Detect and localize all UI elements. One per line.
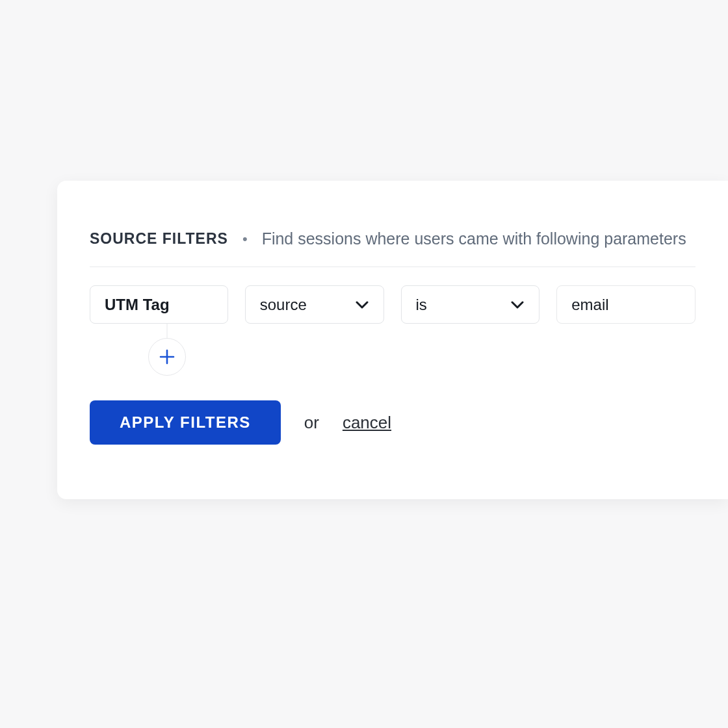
cancel-link[interactable]: cancel bbox=[343, 413, 391, 433]
or-text: or bbox=[304, 413, 319, 433]
filter-value-input-wrapper bbox=[556, 285, 696, 324]
connector-line bbox=[167, 324, 168, 338]
filter-operator-select[interactable]: is bbox=[401, 285, 540, 324]
filter-tag-label: UTM Tag bbox=[105, 296, 170, 314]
section-header: SOURCE FILTERS • Find sessions where use… bbox=[90, 229, 696, 267]
filter-row: UTM Tag source is bbox=[90, 285, 696, 324]
section-title: SOURCE FILTERS bbox=[90, 230, 228, 248]
section-description: Find sessions where users came with foll… bbox=[262, 229, 686, 248]
filter-operator-value: is bbox=[416, 296, 427, 314]
bullet-separator: • bbox=[242, 232, 248, 246]
filter-field-value: source bbox=[260, 296, 307, 314]
filter-field-select[interactable]: source bbox=[245, 285, 384, 324]
action-row: APPLY FILTERS or cancel bbox=[90, 400, 696, 445]
chevron-down-icon bbox=[355, 298, 369, 312]
add-filter-button[interactable] bbox=[148, 338, 186, 376]
chevron-down-icon bbox=[510, 298, 525, 312]
filter-tag-chip[interactable]: UTM Tag bbox=[90, 285, 228, 324]
add-filter-connector bbox=[148, 324, 186, 374]
filter-value-input[interactable] bbox=[571, 296, 681, 314]
plus-icon bbox=[159, 348, 176, 365]
source-filters-card: SOURCE FILTERS • Find sessions where use… bbox=[57, 181, 728, 499]
apply-filters-button[interactable]: APPLY FILTERS bbox=[90, 400, 281, 445]
